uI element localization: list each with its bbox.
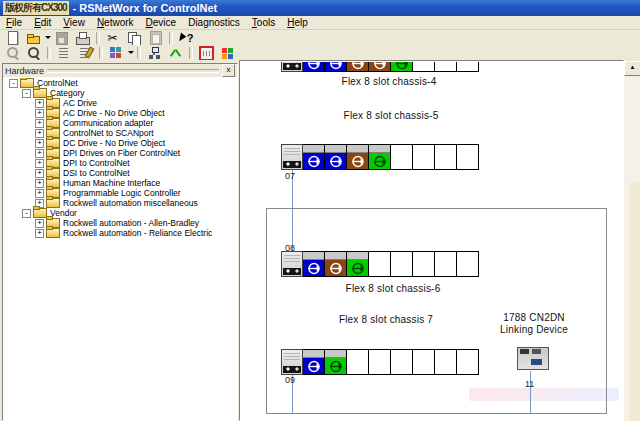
- io-module-blue[interactable]: [302, 349, 325, 375]
- tree-item-dsi-to-controlnet[interactable]: +DSI to ControlNet: [4, 168, 236, 178]
- tree-item-human-machine-interface[interactable]: +Human Machine Interface: [4, 178, 236, 188]
- empty-slot[interactable]: [368, 349, 391, 375]
- expand-box-icon[interactable]: +: [35, 229, 44, 238]
- controlnet-adapter-module[interactable]: [281, 349, 303, 375]
- tree-item-ac-drive-no-drive-object[interactable]: +AC Drive - No Drive Object: [4, 108, 236, 118]
- controlnet-adapter-module[interactable]: [281, 251, 303, 277]
- io-module-green[interactable]: [346, 251, 369, 277]
- empty-slot[interactable]: [412, 251, 435, 277]
- empty-slot[interactable]: [390, 251, 413, 277]
- collapse-box-icon[interactable]: -: [22, 89, 31, 98]
- menu-tools[interactable]: Tools: [246, 16, 281, 29]
- menu-file[interactable]: File: [0, 16, 28, 29]
- expand-box-icon[interactable]: +: [35, 219, 44, 228]
- menu-view[interactable]: View: [57, 16, 91, 29]
- chassis-4[interactable]: [281, 62, 479, 72]
- io-module-green[interactable]: [324, 349, 347, 375]
- expand-box-icon[interactable]: +: [35, 189, 44, 198]
- empty-slot[interactable]: [390, 349, 413, 375]
- tree-item-vendor[interactable]: -Vendor: [4, 208, 236, 218]
- tree-item-programmable-logic-controller[interactable]: +Programmable Logic Controller: [4, 188, 236, 198]
- io-module-brown[interactable]: [346, 62, 369, 72]
- tree-item-dpi-drives-on-fiber-controlnet[interactable]: +DPI Drives on Fiber ControlNet: [4, 148, 236, 158]
- edits-pencil-button[interactable]: [75, 46, 95, 60]
- cut-button[interactable]: [103, 31, 123, 45]
- new-file-button[interactable]: [2, 31, 22, 45]
- dropdown-arrow-icon[interactable]: [127, 46, 134, 60]
- expand-box-icon[interactable]: +: [35, 109, 44, 118]
- tree-item-ac-drive[interactable]: +AC Drive: [4, 98, 236, 108]
- node-palette-button[interactable]: [106, 46, 126, 60]
- tree-item-dc-drive-no-drive-object[interactable]: +DC Drive - No Drive Object: [4, 138, 236, 148]
- copy-button[interactable]: [124, 31, 144, 45]
- tree-item-label: Programmable Logic Controller: [63, 188, 181, 198]
- tree-item-communication-adapter[interactable]: +Communication adapter: [4, 118, 236, 128]
- menu-device[interactable]: Device: [140, 16, 183, 29]
- empty-slot[interactable]: [456, 251, 479, 277]
- expand-box-icon[interactable]: +: [35, 169, 44, 178]
- scanlist-red-button[interactable]: [196, 46, 216, 60]
- empty-slot[interactable]: [368, 251, 391, 277]
- io-module-brown[interactable]: [368, 62, 391, 72]
- menu-help[interactable]: Help: [281, 16, 314, 29]
- properties-color-button[interactable]: [217, 46, 237, 60]
- io-module-blue[interactable]: [302, 251, 325, 277]
- controlnet-adapter-module[interactable]: [281, 62, 303, 72]
- close-panel-button[interactable]: x: [222, 64, 235, 77]
- open-folder-button[interactable]: [23, 31, 43, 45]
- empty-slot[interactable]: [412, 349, 435, 375]
- edits-enabled-button[interactable]: [54, 46, 74, 60]
- zoom-select-button[interactable]: [23, 46, 43, 60]
- expand-box-icon[interactable]: +: [35, 159, 44, 168]
- expand-box-icon[interactable]: +: [35, 99, 44, 108]
- expand-box-icon[interactable]: +: [35, 149, 44, 158]
- tree-item-rockwell-automation-reliance-electric[interactable]: +Rockwell automation - Reliance Electric: [4, 228, 236, 238]
- empty-slot[interactable]: [434, 144, 457, 170]
- menu-edit[interactable]: Edit: [28, 16, 57, 29]
- empty-slot[interactable]: [456, 349, 479, 375]
- network-topology-button[interactable]: [144, 46, 164, 60]
- network-canvas[interactable]: Flex 8 slot chassis-4Flex 8 slot chassis…: [241, 62, 622, 419]
- expand-box-icon[interactable]: +: [35, 179, 44, 188]
- device-label: Linking Device: [500, 324, 568, 335]
- empty-slot[interactable]: [412, 144, 435, 170]
- chassis-5[interactable]: [281, 144, 479, 170]
- tree-item-controlnet-to-scanport[interactable]: +ControlNet to SCANport: [4, 128, 236, 138]
- scroll-up-button[interactable]: ▲: [624, 61, 640, 76]
- linking-device-1788-cn2dn[interactable]: [517, 347, 549, 370]
- empty-slot[interactable]: [390, 144, 413, 170]
- tree-item-category[interactable]: -Category: [4, 88, 236, 98]
- print-button[interactable]: [72, 31, 92, 45]
- tree-item-rockwell-automation-allen-bradley[interactable]: +Rockwell automation - Allen-Bradley: [4, 218, 236, 228]
- empty-slot[interactable]: [456, 144, 479, 170]
- expand-box-icon[interactable]: +: [35, 139, 44, 148]
- empty-slot[interactable]: [412, 62, 435, 72]
- io-module-green[interactable]: [368, 144, 391, 170]
- collapse-box-icon[interactable]: -: [22, 209, 31, 218]
- empty-slot[interactable]: [456, 62, 479, 72]
- chassis-6[interactable]: [281, 251, 479, 277]
- chassis-7[interactable]: [281, 349, 479, 375]
- io-module-brown[interactable]: [346, 144, 369, 170]
- tree-item-dpi-to-controlnet[interactable]: +DPI to ControlNet: [4, 158, 236, 168]
- io-module-blue[interactable]: [324, 144, 347, 170]
- dropdown-arrow-icon[interactable]: [44, 31, 51, 45]
- tree-item-label: DPI Drives on Fiber ControlNet: [63, 148, 180, 158]
- controlnet-adapter-module[interactable]: [281, 144, 303, 170]
- expand-box-icon[interactable]: +: [35, 119, 44, 128]
- io-module-blue[interactable]: [302, 144, 325, 170]
- empty-slot[interactable]: [434, 251, 457, 277]
- io-module-green[interactable]: [390, 62, 413, 72]
- collapse-box-icon[interactable]: -: [9, 79, 18, 88]
- empty-slot[interactable]: [434, 62, 457, 72]
- diagnostics-wave-button[interactable]: [165, 46, 185, 60]
- empty-slot[interactable]: [434, 349, 457, 375]
- empty-slot[interactable]: [346, 349, 369, 375]
- menu-network[interactable]: Network: [91, 16, 140, 29]
- io-module-blue[interactable]: [324, 62, 347, 72]
- io-module-blue[interactable]: [302, 62, 325, 72]
- io-module-brown[interactable]: [324, 251, 347, 277]
- help-pointer-button[interactable]: [176, 31, 196, 45]
- menu-diagnostics[interactable]: Diagnostics: [182, 16, 246, 29]
- expand-box-icon[interactable]: +: [35, 129, 44, 138]
